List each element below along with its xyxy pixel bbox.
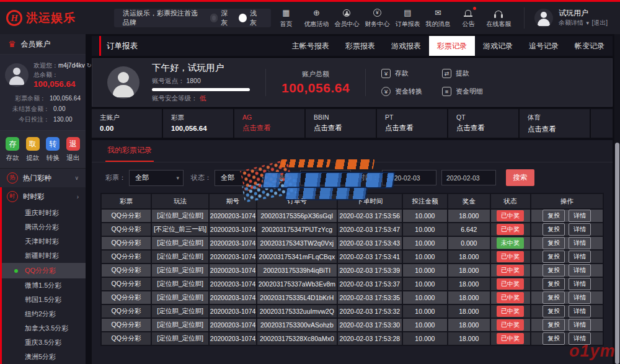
slogan-text: 洪运娱乐，彩票投注首选品牌 [123,9,205,27]
tab-彩票记录[interactable]: 彩票记录 [429,36,475,56]
sidebar-item-天津时时彩[interactable]: 天津时时彩 [2,234,86,249]
wallet-card-BBIN[interactable]: BBIN点击查看 [306,109,376,138]
menu-group-hot[interactable]: 热 热门彩种 ∨ [0,169,86,187]
detail-button[interactable]: 详情 [569,210,591,222]
date-from-input[interactable] [382,170,436,185]
light-theme-dot-icon [239,14,247,22]
menu-group-ssc[interactable]: 时 时时彩 › [2,187,86,206]
wallet-card-体育[interactable]: 体育点击查看 [520,109,590,138]
cell-amount: 10.000 [402,304,448,318]
tab-帐变记录[interactable]: 帐变记录 [567,36,613,56]
quick-action-退出[interactable]: 退退出 [66,137,80,162]
tab-游戏报表[interactable]: 游戏报表 [383,36,429,56]
detail-button[interactable]: 详情 [569,278,591,290]
sidebar-item-重庆3.5分彩[interactable]: 重庆3.5分彩 [2,335,86,350]
table-row: QQ分分彩[定位胆_定位胆]20200203-1074200203175339h… [101,264,603,277]
nav-item-优惠活动[interactable]: ⊕优惠活动 [301,7,332,29]
fund-action-存款[interactable]: ¥存款 [381,69,442,78]
greeting-text: 下午好，试玩用户 [152,62,250,74]
nav-item-财务中心[interactable]: ¥财务中心 [362,7,392,29]
cell-issue: 20200203-1074 [209,318,257,332]
tab-主帐号报表[interactable]: 主帐号报表 [284,36,337,56]
fund-action-提款[interactable]: ⇄提款 [442,69,503,78]
detail-button[interactable]: 详情 [569,319,591,331]
fund-action-资金转换[interactable]: ¥资金转换 [381,87,442,96]
sidebar-item-澳洲5分彩[interactable]: 澳洲5分彩 [2,350,86,364]
nav-item-首页[interactable]: ▦首页 [271,7,301,29]
date-to-input[interactable] [441,170,496,185]
quick-action-提款[interactable]: 取提款 [26,137,40,162]
refresh-icon[interactable]: ↻ [87,62,92,69]
detail-button[interactable]: 详情 [569,305,591,317]
nav-item-我的消息[interactable]: ✉我的消息 [423,7,453,29]
nav-item-公告[interactable]: 公告 [453,7,484,29]
tab-游戏记录[interactable]: 游戏记录 [475,36,521,56]
replay-button[interactable]: 复投 [542,223,565,236]
cell-play: [定位胆_定位胆] [151,304,209,318]
quick-action-存款[interactable]: 存存款 [6,137,19,162]
detail-button[interactable]: 详情 [569,223,591,236]
replay-button[interactable]: 复投 [542,251,565,263]
replay-button[interactable]: 复投 [542,291,565,304]
user-box: 试玩用户 余额详情 ▼ [退出] [524,7,615,29]
detail-button[interactable]: 详情 [569,291,591,304]
member-account-header: ♛ 会员账户 [0,34,86,55]
cell-time: 2020-02-03 17:53:35 [337,291,402,304]
fund-actions: ¥存款⇄提款¥资金转换≡资金明细 [381,69,503,96]
sidebar-item-微博1.5分彩[interactable]: 微博1.5分彩 [2,278,86,293]
detail-button[interactable]: 详情 [569,237,591,249]
logout-link[interactable]: [退出] [591,19,608,26]
sidebar-item-新疆时时彩[interactable]: 新疆时时彩 [2,249,86,263]
tab-my-lottery-records[interactable]: 我的彩票记录 [105,140,154,162]
theme-toggle-light[interactable]: 浅灰 [239,9,262,27]
records-panel: 我的彩票记录 彩票： 全部 状态： 全部 期号： 时间： 搜索 彩票玩法期号订单… [92,140,613,364]
replay-button[interactable]: 复投 [542,237,565,249]
detail-button[interactable]: 详情 [569,332,591,345]
lottery-select[interactable]: 全部 [129,170,184,186]
issue-input[interactable] [300,170,351,185]
logo[interactable]: H 洪运娱乐 [0,10,86,26]
quick-action-icon: 取 [26,137,40,151]
user-avatar[interactable] [534,9,553,27]
sidebar-item-韩国1.5分彩[interactable]: 韩国1.5分彩 [2,293,86,307]
cell-play: [定位胆_定位胆] [151,277,209,291]
detail-button[interactable]: 详情 [569,264,591,277]
logo-icon: H [6,10,22,26]
sidebar-item-QQ分分彩[interactable]: QQ分分彩 [2,263,86,278]
wallet-card-PT[interactable]: PT点击查看 [377,109,447,138]
tab-彩票报表[interactable]: 彩票报表 [337,36,383,56]
detail-button[interactable]: 详情 [569,251,591,263]
balance-detail-link[interactable]: 余额详情 [559,19,583,26]
search-button[interactable]: 搜索 [506,169,534,186]
tab-追号记录[interactable]: 追号记录 [521,36,567,56]
quick-action-转换[interactable]: 转转换 [46,137,60,162]
sidebar-item-重庆时时彩[interactable]: 重庆时时彩 [2,206,86,220]
wallet-card-主账户[interactable]: 主账户0.00 [92,109,162,138]
deposit-icon: ¥ [381,69,391,78]
sidebar-item-纽约2分彩[interactable]: 纽约2分彩 [2,307,86,321]
sidebar-avatar[interactable] [5,63,29,87]
wallet-card-QT[interactable]: QT点击查看 [448,109,518,138]
sidebar-item-腾讯分分彩[interactable]: 腾讯分分彩 [2,220,86,234]
status-select[interactable]: 全部 [215,170,269,186]
greeting-panel: 下午好，试玩用户 账号返点： 1800 账号安全等级： 低 账户总额 100,0… [92,58,613,107]
replay-button[interactable]: 复投 [542,264,565,277]
replay-button[interactable]: 复投 [542,319,565,331]
nav-item-在线客服[interactable]: 在线客服 [484,7,514,29]
stat-value: 0.00 [53,104,65,114]
nav-item-会员中心[interactable]: 会员中心 [332,7,362,29]
wallet-card-AG[interactable]: AG点击查看 [234,109,304,138]
wallet-label: 主账户 [100,113,162,122]
balance-stat-row: 彩票余额：100,056.64 [5,93,81,104]
scrollbar-thumb[interactable] [615,143,619,364]
replay-button[interactable]: 复投 [542,332,565,345]
replay-button[interactable]: 复投 [542,210,565,222]
replay-button[interactable]: 复投 [542,305,565,317]
nav-item-订单报表[interactable]: ▤订单报表 [392,7,423,29]
theme-toggle-dark[interactable]: 深灰 [210,9,234,27]
cell-amount: 10.000 [402,277,448,291]
wallet-card-彩票[interactable]: 彩票100,056.64 [163,109,233,138]
replay-button[interactable]: 复投 [542,278,565,290]
fund-action-资金明细[interactable]: ≡资金明细 [442,87,503,96]
sidebar-item-加拿大3.5分彩[interactable]: 加拿大3.5分彩 [2,321,86,335]
